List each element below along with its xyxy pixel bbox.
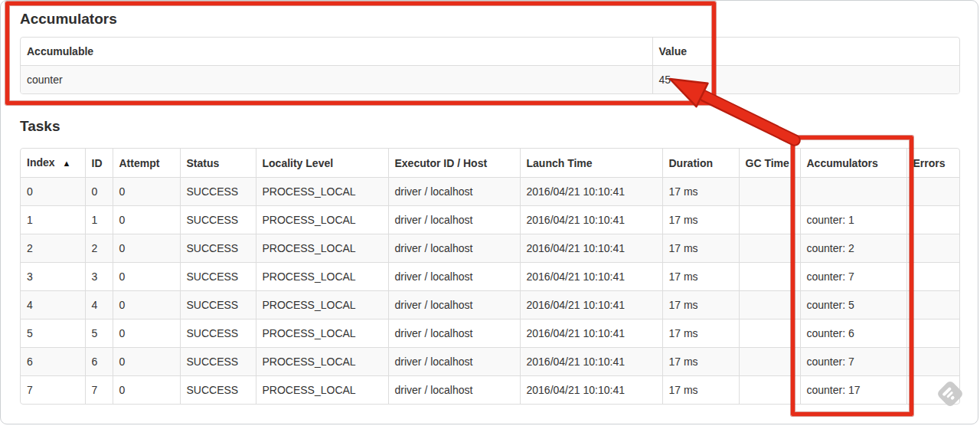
cell-gc-time bbox=[739, 234, 800, 263]
cell-gc-time bbox=[739, 320, 800, 348]
cell-duration: 17 ms bbox=[662, 234, 739, 263]
cell-attempt: 0 bbox=[113, 376, 180, 405]
cell-index: 0 bbox=[21, 178, 85, 206]
cell-id: 1 bbox=[85, 206, 113, 234]
tasks-table: Index▲IDAttemptStatusLocality LevelExecu… bbox=[20, 148, 960, 405]
cell-locality-level: PROCESS_LOCAL bbox=[256, 291, 388, 320]
cell-status: SUCCESS bbox=[180, 291, 256, 320]
cell-gc-time bbox=[739, 178, 800, 206]
cell-launch-time: 2016/04/21 10:10:41 bbox=[520, 376, 662, 405]
cell-duration: 17 ms bbox=[662, 178, 739, 206]
column-header-accumulable: Accumulable bbox=[21, 38, 652, 66]
table-row: counter45 bbox=[21, 66, 959, 94]
cell-attempt: 0 bbox=[113, 234, 180, 263]
cell-locality-level: PROCESS_LOCAL bbox=[256, 320, 388, 348]
cell-accumulators: counter: 6 bbox=[800, 320, 906, 348]
cell-errors bbox=[906, 291, 959, 320]
column-header-status[interactable]: Status bbox=[180, 149, 256, 178]
column-header-accumulators[interactable]: Accumulators bbox=[800, 149, 906, 178]
cell-id: 4 bbox=[85, 291, 113, 320]
column-header-id[interactable]: ID bbox=[85, 149, 113, 178]
cell-locality-level: PROCESS_LOCAL bbox=[256, 263, 388, 291]
cell-executor-id-host: driver / localhost bbox=[388, 263, 520, 291]
cell-launch-time: 2016/04/21 10:10:41 bbox=[520, 348, 662, 376]
table-row: 660SUCCESSPROCESS_LOCALdriver / localhos… bbox=[21, 348, 959, 376]
cell-id: 7 bbox=[85, 376, 113, 405]
cell-attempt: 0 bbox=[113, 320, 180, 348]
cell-gc-time bbox=[739, 291, 800, 320]
cell-attempt: 0 bbox=[113, 206, 180, 234]
cell-locality-level: PROCESS_LOCAL bbox=[256, 376, 388, 405]
cell-launch-time: 2016/04/21 10:10:41 bbox=[520, 291, 662, 320]
cell-locality-level: PROCESS_LOCAL bbox=[256, 348, 388, 376]
cell-attempt: 0 bbox=[113, 263, 180, 291]
column-header-launch-time[interactable]: Launch Time bbox=[520, 149, 662, 178]
column-header-gc-time[interactable]: GC Time bbox=[739, 149, 800, 178]
cell-accumulators: counter: 7 bbox=[800, 348, 906, 376]
tasks-section-title: Tasks bbox=[20, 118, 978, 134]
cell-accumulators: counter: 7 bbox=[800, 263, 906, 291]
column-header-errors[interactable]: Errors bbox=[906, 149, 959, 178]
cell-status: SUCCESS bbox=[180, 263, 256, 291]
cell-launch-time: 2016/04/21 10:10:41 bbox=[520, 263, 662, 291]
column-header-executor-id-host[interactable]: Executor ID / Host bbox=[388, 149, 520, 178]
header-row: AccumulableValue bbox=[21, 38, 959, 66]
sort-ascending-icon: ▲ bbox=[63, 159, 71, 168]
column-header-attempt[interactable]: Attempt bbox=[113, 149, 180, 178]
cell-errors bbox=[906, 178, 959, 206]
cell-gc-time bbox=[739, 263, 800, 291]
cell-status: SUCCESS bbox=[180, 206, 256, 234]
cell-accumulators: counter: 17 bbox=[800, 376, 906, 405]
cell-index: 7 bbox=[21, 376, 85, 405]
cell-index: 5 bbox=[21, 320, 85, 348]
cell-accumulators: counter: 1 bbox=[800, 206, 906, 234]
table-row: 550SUCCESSPROCESS_LOCALdriver / localhos… bbox=[21, 320, 959, 348]
table-row: 330SUCCESSPROCESS_LOCALdriver / localhos… bbox=[21, 263, 959, 291]
cell-index: 2 bbox=[21, 234, 85, 263]
cell-locality-level: PROCESS_LOCAL bbox=[256, 178, 388, 206]
cell-status: SUCCESS bbox=[180, 234, 256, 263]
cell-attempt: 0 bbox=[113, 348, 180, 376]
accumulators-table: AccumulableValuecounter45 bbox=[20, 37, 960, 94]
cell-index: 3 bbox=[21, 263, 85, 291]
cell-gc-time bbox=[739, 348, 800, 376]
cell-accumulators: counter: 5 bbox=[800, 291, 906, 320]
cell-id: 5 bbox=[85, 320, 113, 348]
cell-id: 6 bbox=[85, 348, 113, 376]
cell-executor-id-host: driver / localhost bbox=[388, 376, 520, 405]
cell-duration: 17 ms bbox=[662, 263, 739, 291]
table-row: 000SUCCESSPROCESS_LOCALdriver / localhos… bbox=[21, 178, 959, 206]
cell-executor-id-host: driver / localhost bbox=[388, 234, 520, 263]
cell-executor-id-host: driver / localhost bbox=[388, 348, 520, 376]
cell-locality-level: PROCESS_LOCAL bbox=[256, 234, 388, 263]
cell-status: SUCCESS bbox=[180, 348, 256, 376]
cell-duration: 17 ms bbox=[662, 348, 739, 376]
cell-index: 4 bbox=[21, 291, 85, 320]
column-header-locality-level[interactable]: Locality Level bbox=[256, 149, 388, 178]
header-row: Index▲IDAttemptStatusLocality LevelExecu… bbox=[21, 149, 959, 178]
cell-errors bbox=[906, 234, 959, 263]
cell-errors bbox=[906, 206, 959, 234]
column-header-value: Value bbox=[652, 38, 959, 66]
cell-launch-time: 2016/04/21 10:10:41 bbox=[520, 206, 662, 234]
cell-index: 6 bbox=[21, 348, 85, 376]
feedly-stripe bbox=[950, 395, 955, 400]
column-header-index[interactable]: Index▲ bbox=[21, 149, 85, 178]
table-row: 440SUCCESSPROCESS_LOCALdriver / localhos… bbox=[21, 291, 959, 320]
cell-status: SUCCESS bbox=[180, 376, 256, 405]
accumulators-section-title: Accumulators bbox=[20, 11, 978, 27]
cell-status: SUCCESS bbox=[180, 320, 256, 348]
cell-gc-time bbox=[739, 206, 800, 234]
cell-attempt: 0 bbox=[113, 178, 180, 206]
cell-value: 45 bbox=[652, 66, 959, 94]
cell-gc-time bbox=[739, 376, 800, 405]
spark-stage-page: Accumulators AccumulableValuecounter45 T… bbox=[0, 0, 978, 424]
column-header-duration[interactable]: Duration bbox=[662, 149, 739, 178]
cell-accumulators: counter: 2 bbox=[800, 234, 906, 263]
table-row: 110SUCCESSPROCESS_LOCALdriver / localhos… bbox=[21, 206, 959, 234]
cell-duration: 17 ms bbox=[662, 320, 739, 348]
cell-duration: 17 ms bbox=[662, 376, 739, 405]
cell-errors bbox=[906, 320, 959, 348]
cell-executor-id-host: driver / localhost bbox=[388, 206, 520, 234]
cell-executor-id-host: driver / localhost bbox=[388, 291, 520, 320]
